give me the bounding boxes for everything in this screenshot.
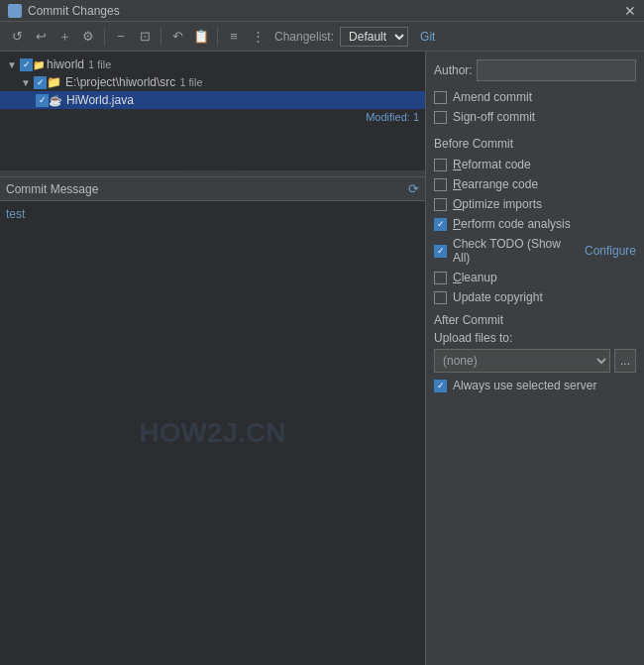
hiworld-count: 1 file [88,58,111,70]
commit-message-label: Commit Message [6,182,98,196]
commit-message-body[interactable]: test HOW2J.CN [0,201,425,665]
toolbar-btn-1[interactable]: ↺ [6,26,28,48]
sign-off-row[interactable]: Sign-off commit [434,110,636,124]
toolbar-btn-3[interactable]: ＋ [54,26,75,48]
upload-select[interactable]: (none) [434,349,610,373]
author-label: Author: [434,63,473,77]
reformat-row[interactable]: Reformat code [434,158,636,171]
cleanup-row[interactable]: Cleanup [434,271,636,284]
tree-item-hiworld[interactable]: ▼ 📁 hiworld 1 file [0,55,425,73]
always-use-label: Always use selected server [453,379,596,392]
toolbar-btn-7[interactable]: ↶ [166,26,188,48]
check-todo-row[interactable]: Check TODO (Show All) Configure [434,237,636,265]
code-analysis-checkbox[interactable] [434,218,447,231]
sign-off-label: Sign-off commit [453,110,535,124]
optimize-checkbox[interactable] [434,198,447,211]
toolbar-btn-4[interactable]: ⚙ [77,26,99,48]
toolbar: ↺ ↩ ＋ ⚙ − ⊡ ↶ 📋 ≡ ⋮ Changelist: Default … [0,22,644,52]
folder-arrow-hiworld: 📁 [33,58,45,70]
commit-text: test [6,207,25,221]
rearrange-checkbox[interactable] [434,178,447,191]
tree-arrow-src: ▼ [20,76,32,88]
author-input[interactable] [477,59,636,81]
toolbar-btn-2[interactable]: ↩ [30,26,52,48]
tree-label-hiworld-java: HiWorld.java [66,93,134,107]
left-panel: ▼ 📁 hiworld 1 file ▼ 📁 E:\project\hiworl… [0,52,426,665]
rearrange-row[interactable]: Rearrange code [434,177,636,191]
toolbar-sep-2 [161,28,161,46]
after-commit-title: After Commit [434,313,636,327]
upload-label: Upload files to: [434,331,636,345]
window-icon [8,4,22,18]
watermark: HOW2J.CN [140,417,286,449]
java-file-icon: ☕ [49,94,62,107]
author-row: Author: [434,59,636,81]
update-copyright-row[interactable]: Update copyright [434,290,636,304]
amend-commit-row[interactable]: Amend commit [434,90,636,104]
upload-row: (none) ... [434,349,636,373]
toolbar-btn-8[interactable]: 📋 [190,26,212,48]
checkbox-src[interactable] [34,76,47,89]
close-button[interactable]: ✕ [624,3,636,19]
amend-commit-checkbox[interactable] [434,91,447,104]
cleanup-checkbox[interactable] [434,272,447,284]
before-commit-title: Before Commit [434,137,636,151]
reformat-checkbox[interactable] [434,159,447,171]
window-title: Commit Changes [28,4,120,18]
always-use-row[interactable]: Always use selected server [434,379,636,392]
tree-label-src: E:\project\hiworld\src [65,75,175,89]
amend-commit-label: Amend commit [453,90,532,104]
title-bar: Commit Changes ✕ [0,0,644,22]
toolbar-btn-10[interactable]: ⋮ [247,26,268,48]
commit-message-section: Commit Message ⟳ test HOW2J.CN [0,176,425,665]
toolbar-btn-5[interactable]: − [110,26,132,48]
check-todo-checkbox[interactable] [434,245,447,258]
sign-off-checkbox[interactable] [434,111,447,124]
toolbar-sep-3 [217,28,218,46]
commit-message-icon[interactable]: ⟳ [408,181,419,196]
toolbar-sep-1 [104,28,105,46]
tree-item-src[interactable]: ▼ 📁 E:\project\hiworld\src 1 file [0,73,425,91]
checkbox-hiworld-java[interactable] [36,94,49,107]
toolbar-btn-6[interactable]: ⊡ [134,26,156,48]
commit-message-header: Commit Message ⟳ [0,176,425,201]
update-copyright-checkbox[interactable] [434,291,447,304]
code-analysis-row[interactable]: Perform code analysis [434,217,636,231]
modified-text: Modified: 1 [0,109,425,125]
tree-arrow-hiworld: ▼ [6,58,18,70]
git-tab[interactable]: Git [420,30,435,44]
optimize-row[interactable]: Optimize imports [434,197,636,211]
tree-label-hiworld: hiworld [47,57,84,71]
toolbar-btn-9[interactable]: ≡ [223,26,245,48]
changelist-label: Changelist: [274,30,334,44]
file-tree: ▼ 📁 hiworld 1 file ▼ 📁 E:\project\hiworl… [0,52,425,170]
checkbox-hiworld[interactable] [20,58,33,71]
always-use-checkbox[interactable] [434,380,447,392]
tree-item-hiworld-java[interactable]: ☕ HiWorld.java [0,91,425,109]
configure-link[interactable]: Configure [585,244,636,258]
right-panel: Author: Amend commit Sign-off commit Bef… [426,52,644,665]
main-content: ▼ 📁 hiworld 1 file ▼ 📁 E:\project\hiworl… [0,52,644,665]
changelist-dropdown[interactable]: Default [340,27,408,47]
src-count: 1 file [179,76,202,88]
upload-more-button[interactable]: ... [614,349,636,373]
folder-icon-src: 📁 [47,75,61,89]
